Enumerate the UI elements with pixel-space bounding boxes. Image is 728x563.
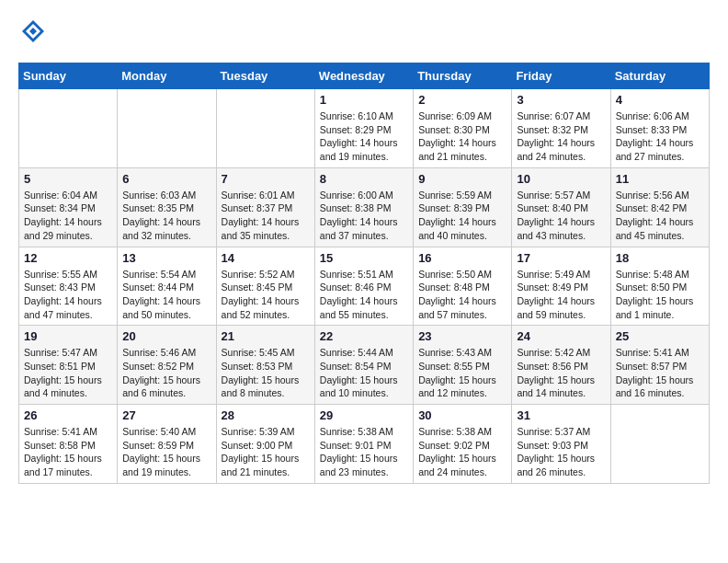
- day-info: Sunrise: 5:37 AM Sunset: 9:03 PM Dayligh…: [517, 425, 605, 479]
- day-info: Sunrise: 5:46 AM Sunset: 8:52 PM Dayligh…: [122, 346, 210, 400]
- calendar-cell: 4Sunrise: 6:06 AM Sunset: 8:33 PM Daylig…: [610, 89, 709, 168]
- weekday-header-cell: Monday: [118, 63, 216, 89]
- day-info: Sunrise: 6:00 AM Sunset: 8:38 PM Dayligh…: [320, 189, 408, 243]
- day-number: 2: [418, 93, 506, 107]
- day-number: 20: [122, 329, 210, 343]
- day-info: Sunrise: 5:44 AM Sunset: 8:54 PM Dayligh…: [320, 346, 408, 400]
- calendar-cell: 20Sunrise: 5:46 AM Sunset: 8:52 PM Dayli…: [118, 326, 216, 405]
- calendar-cell: [610, 405, 709, 484]
- day-number: 26: [24, 408, 112, 422]
- calendar-cell: 17Sunrise: 5:49 AM Sunset: 8:49 PM Dayli…: [512, 247, 610, 326]
- calendar-cell: 3Sunrise: 6:07 AM Sunset: 8:32 PM Daylig…: [512, 89, 610, 168]
- day-number: 15: [320, 251, 408, 265]
- day-number: 3: [517, 93, 605, 107]
- weekday-header-cell: Sunday: [19, 63, 118, 89]
- calendar-cell: 22Sunrise: 5:44 AM Sunset: 8:54 PM Dayli…: [314, 326, 413, 405]
- day-info: Sunrise: 5:41 AM Sunset: 8:58 PM Dayligh…: [24, 425, 112, 479]
- calendar-cell: [216, 89, 314, 168]
- calendar-cell: 16Sunrise: 5:50 AM Sunset: 8:48 PM Dayli…: [414, 247, 512, 326]
- day-info: Sunrise: 5:38 AM Sunset: 9:02 PM Dayligh…: [418, 425, 506, 479]
- calendar-week-row: 12Sunrise: 5:55 AM Sunset: 8:43 PM Dayli…: [19, 247, 710, 326]
- day-info: Sunrise: 5:59 AM Sunset: 8:39 PM Dayligh…: [418, 189, 506, 243]
- day-info: Sunrise: 5:39 AM Sunset: 9:00 PM Dayligh…: [222, 425, 310, 479]
- day-info: Sunrise: 5:54 AM Sunset: 8:44 PM Dayligh…: [122, 268, 210, 322]
- day-number: 1: [320, 93, 408, 107]
- day-number: 18: [616, 251, 704, 265]
- day-info: Sunrise: 5:47 AM Sunset: 8:51 PM Dayligh…: [24, 346, 112, 400]
- calendar-week-row: 19Sunrise: 5:47 AM Sunset: 8:51 PM Dayli…: [19, 326, 710, 405]
- calendar-cell: 10Sunrise: 5:57 AM Sunset: 8:40 PM Dayli…: [512, 167, 610, 247]
- calendar-cell: 5Sunrise: 6:04 AM Sunset: 8:34 PM Daylig…: [19, 167, 118, 247]
- day-info: Sunrise: 5:51 AM Sunset: 8:46 PM Dayligh…: [320, 268, 408, 322]
- day-number: 9: [418, 172, 506, 186]
- day-number: 24: [517, 329, 605, 343]
- day-info: Sunrise: 5:43 AM Sunset: 8:55 PM Dayligh…: [418, 346, 506, 400]
- calendar-cell: 6Sunrise: 6:03 AM Sunset: 8:35 PM Daylig…: [118, 167, 216, 247]
- weekday-header-cell: Thursday: [414, 63, 512, 89]
- calendar-cell: 29Sunrise: 5:38 AM Sunset: 9:01 PM Dayli…: [314, 405, 413, 484]
- calendar-cell: 14Sunrise: 5:52 AM Sunset: 8:45 PM Dayli…: [216, 247, 314, 326]
- page-header: [18, 18, 710, 48]
- day-info: Sunrise: 5:38 AM Sunset: 9:01 PM Dayligh…: [320, 425, 408, 479]
- day-info: Sunrise: 6:09 AM Sunset: 8:30 PM Dayligh…: [418, 109, 506, 164]
- day-number: 4: [616, 93, 704, 107]
- day-info: Sunrise: 5:55 AM Sunset: 8:43 PM Dayligh…: [24, 268, 112, 322]
- day-info: Sunrise: 5:49 AM Sunset: 8:49 PM Dayligh…: [517, 268, 605, 322]
- calendar-cell: 25Sunrise: 5:41 AM Sunset: 8:57 PM Dayli…: [610, 326, 709, 405]
- day-number: 14: [222, 251, 310, 265]
- day-number: 23: [418, 329, 506, 343]
- day-number: 25: [616, 329, 704, 343]
- day-info: Sunrise: 5:52 AM Sunset: 8:45 PM Dayligh…: [222, 268, 310, 322]
- calendar-cell: 18Sunrise: 5:48 AM Sunset: 8:50 PM Dayli…: [610, 247, 709, 326]
- calendar-cell: 27Sunrise: 5:40 AM Sunset: 8:59 PM Dayli…: [118, 405, 216, 484]
- day-number: 6: [122, 172, 210, 186]
- day-info: Sunrise: 5:50 AM Sunset: 8:48 PM Dayligh…: [418, 268, 506, 322]
- calendar: SundayMondayTuesdayWednesdayThursdayFrid…: [18, 63, 710, 484]
- day-number: 8: [320, 172, 408, 186]
- weekday-header-cell: Tuesday: [216, 63, 314, 89]
- calendar-cell: 30Sunrise: 5:38 AM Sunset: 9:02 PM Dayli…: [414, 405, 512, 484]
- day-number: 5: [24, 172, 112, 186]
- calendar-week-row: 5Sunrise: 6:04 AM Sunset: 8:34 PM Daylig…: [19, 167, 710, 247]
- day-number: 21: [222, 329, 310, 343]
- day-info: Sunrise: 5:57 AM Sunset: 8:40 PM Dayligh…: [517, 189, 605, 243]
- calendar-cell: 7Sunrise: 6:01 AM Sunset: 8:37 PM Daylig…: [216, 167, 314, 247]
- day-info: Sunrise: 5:45 AM Sunset: 8:53 PM Dayligh…: [222, 346, 310, 400]
- calendar-week-row: 1Sunrise: 6:10 AM Sunset: 8:29 PM Daylig…: [19, 89, 710, 168]
- calendar-cell: 9Sunrise: 5:59 AM Sunset: 8:39 PM Daylig…: [414, 167, 512, 247]
- calendar-cell: 13Sunrise: 5:54 AM Sunset: 8:44 PM Dayli…: [118, 247, 216, 326]
- day-number: 11: [616, 172, 704, 186]
- weekday-header-row: SundayMondayTuesdayWednesdayThursdayFrid…: [19, 63, 710, 89]
- weekday-header-cell: Friday: [512, 63, 610, 89]
- day-number: 13: [122, 251, 210, 265]
- calendar-cell: 26Sunrise: 5:41 AM Sunset: 8:58 PM Dayli…: [19, 405, 118, 484]
- calendar-cell: 15Sunrise: 5:51 AM Sunset: 8:46 PM Dayli…: [314, 247, 413, 326]
- day-info: Sunrise: 5:48 AM Sunset: 8:50 PM Dayligh…: [616, 268, 704, 322]
- day-info: Sunrise: 5:41 AM Sunset: 8:57 PM Dayligh…: [616, 346, 704, 400]
- calendar-week-row: 26Sunrise: 5:41 AM Sunset: 8:58 PM Dayli…: [19, 405, 710, 484]
- calendar-cell: 11Sunrise: 5:56 AM Sunset: 8:42 PM Dayli…: [610, 167, 709, 247]
- day-number: 31: [517, 408, 605, 422]
- day-number: 17: [517, 251, 605, 265]
- calendar-cell: 8Sunrise: 6:00 AM Sunset: 8:38 PM Daylig…: [314, 167, 413, 247]
- day-number: 30: [418, 408, 506, 422]
- day-number: 27: [122, 408, 210, 422]
- calendar-cell: 31Sunrise: 5:37 AM Sunset: 9:03 PM Dayli…: [512, 405, 610, 484]
- day-number: 12: [24, 251, 112, 265]
- calendar-cell: 12Sunrise: 5:55 AM Sunset: 8:43 PM Dayli…: [19, 247, 118, 326]
- day-info: Sunrise: 6:04 AM Sunset: 8:34 PM Dayligh…: [24, 189, 112, 243]
- day-number: 7: [222, 172, 310, 186]
- calendar-cell: 23Sunrise: 5:43 AM Sunset: 8:55 PM Dayli…: [414, 326, 512, 405]
- logo-icon: [20, 18, 46, 44]
- logo: [18, 18, 46, 48]
- day-info: Sunrise: 6:10 AM Sunset: 8:29 PM Dayligh…: [320, 109, 408, 164]
- weekday-header-cell: Saturday: [610, 63, 709, 89]
- calendar-cell: 28Sunrise: 5:39 AM Sunset: 9:00 PM Dayli…: [216, 405, 314, 484]
- day-number: 29: [320, 408, 408, 422]
- day-number: 28: [222, 408, 310, 422]
- day-info: Sunrise: 5:56 AM Sunset: 8:42 PM Dayligh…: [616, 189, 704, 243]
- calendar-cell: 24Sunrise: 5:42 AM Sunset: 8:56 PM Dayli…: [512, 326, 610, 405]
- calendar-body: 1Sunrise: 6:10 AM Sunset: 8:29 PM Daylig…: [19, 89, 710, 484]
- calendar-cell: 2Sunrise: 6:09 AM Sunset: 8:30 PM Daylig…: [414, 89, 512, 168]
- day-number: 19: [24, 329, 112, 343]
